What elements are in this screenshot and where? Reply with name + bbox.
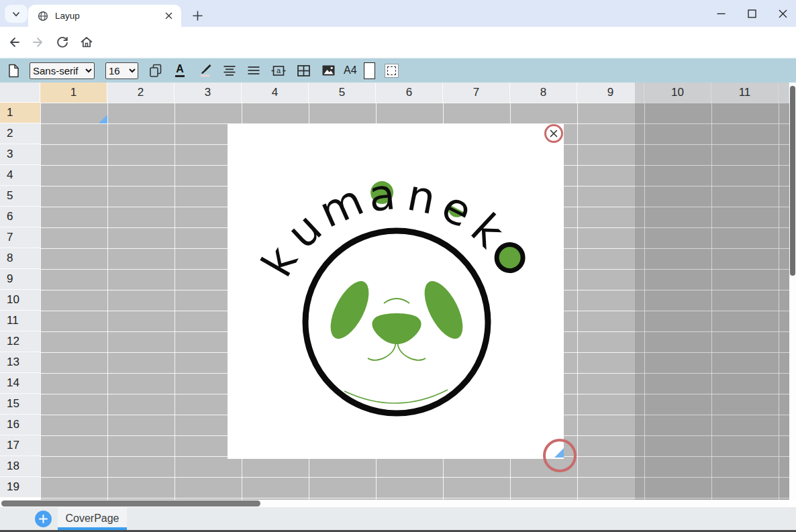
reload-button[interactable]	[52, 32, 72, 52]
browser-tabstrip: Layup	[0, 0, 796, 27]
row-headers: 12345678910111213141516171819	[0, 103, 40, 498]
row-header[interactable]: 1	[0, 103, 40, 123]
page-canvas[interactable]: kumanek	[228, 123, 564, 459]
row-header[interactable]: 4	[0, 165, 40, 186]
minimize-button[interactable]	[713, 5, 729, 21]
page-size-label: A4	[344, 64, 357, 76]
tab-close-button[interactable]	[162, 10, 175, 22]
row-header[interactable]: 7	[0, 227, 40, 248]
column-header[interactable]: 4	[242, 83, 309, 103]
column-header[interactable]: 8	[510, 83, 577, 103]
font-color-button[interactable]: A	[172, 60, 188, 81]
row-header[interactable]: 19	[0, 477, 40, 498]
column-headers: 1234567891011	[40, 83, 789, 103]
format-paint-icon[interactable]	[197, 60, 213, 81]
row-header[interactable]: 5	[0, 186, 40, 207]
row-header[interactable]: 8	[0, 248, 40, 269]
vertical-scrollbar-thumb[interactable]	[790, 86, 795, 276]
vertical-scrollbar[interactable]	[789, 83, 796, 500]
app-toolbar: Sans-serif 16 A a A4	[0, 57, 796, 83]
font-family-select[interactable]: Sans-serif	[30, 62, 95, 79]
globe-icon	[38, 11, 48, 21]
window-controls	[713, 0, 791, 27]
chevron-down-icon	[11, 9, 21, 19]
canvas-close-button[interactable]	[544, 124, 563, 143]
canvas-resize-handle[interactable]	[543, 439, 577, 472]
row-header[interactable]: 16	[0, 415, 40, 435]
row-header[interactable]: 6	[0, 207, 40, 227]
column-header	[779, 83, 789, 103]
cell-fill-handle[interactable]	[99, 115, 107, 123]
brow-arc	[384, 299, 409, 303]
copy-icon[interactable]	[148, 60, 164, 81]
insert-image-icon[interactable]	[320, 60, 337, 81]
new-tab-button[interactable]	[188, 6, 207, 25]
column-header[interactable]: 3	[175, 83, 242, 103]
smile-arc	[344, 390, 448, 403]
row-header[interactable]: 14	[0, 373, 40, 394]
column-header[interactable]: 9	[577, 83, 644, 103]
sheet-tab-bar: CoverPage	[0, 507, 796, 530]
svg-text:m: m	[312, 175, 370, 237]
kumaneko-logo: kumanek	[228, 123, 564, 459]
table-grid-icon[interactable]	[295, 60, 312, 81]
sheet-tab-coverpage[interactable]: CoverPage	[58, 507, 127, 530]
forward-button[interactable]	[28, 32, 48, 52]
row-header[interactable]: 12	[0, 331, 40, 352]
page-color-swatch[interactable]	[364, 62, 375, 79]
maximize-button[interactable]	[744, 5, 760, 21]
horizontal-scrollbar-thumb[interactable]	[1, 500, 260, 507]
tab-title: Layup	[55, 11, 162, 21]
browser-tab[interactable]: Layup	[28, 5, 181, 27]
row-header[interactable]: 11	[0, 311, 40, 331]
column-header[interactable]: 1	[40, 83, 107, 103]
row-header[interactable]: 2	[0, 123, 40, 144]
line-spacing-icon[interactable]	[246, 60, 262, 81]
column-header[interactable]: 2	[107, 83, 175, 103]
column-header[interactable]: 7	[443, 83, 510, 103]
font-size-select[interactable]: 16	[105, 62, 138, 79]
svg-text:n: n	[403, 170, 440, 223]
tab-search-button[interactable]	[5, 5, 28, 23]
font-color-label: A	[176, 64, 184, 77]
new-document-button[interactable]	[5, 60, 21, 81]
horizontal-scrollbar[interactable]	[0, 500, 789, 507]
panda-nose	[372, 313, 421, 344]
row-header[interactable]: 13	[0, 352, 40, 373]
row-header[interactable]: 3	[0, 144, 40, 165]
column-header[interactable]: 5	[309, 83, 376, 103]
row-header[interactable]: 17	[0, 435, 40, 456]
grid-corner[interactable]	[0, 83, 40, 103]
browser-window: Layup layup.	[0, 0, 796, 532]
textbox-letter: a	[277, 66, 281, 74]
browser-urlbar-row: layup.pandafirm.jp G S	[0, 27, 796, 57]
align-text-icon[interactable]	[221, 60, 238, 81]
back-button[interactable]	[4, 32, 24, 52]
add-sheet-button[interactable]	[35, 511, 52, 527]
row-header[interactable]: 9	[0, 269, 40, 290]
sheet-tab-label: CoverPage	[65, 513, 119, 525]
border-style-button[interactable]	[385, 64, 399, 78]
column-header[interactable]: 6	[376, 83, 443, 103]
row-header[interactable]: 18	[0, 456, 40, 477]
textbox-icon[interactable]: a	[270, 60, 287, 81]
row-header[interactable]: 15	[0, 394, 40, 415]
svg-text:a: a	[366, 169, 398, 221]
row-header[interactable]: 10	[0, 290, 40, 311]
dashed-border-icon	[387, 66, 396, 75]
column-header[interactable]: 10	[644, 83, 711, 103]
resize-triangle-icon	[554, 448, 564, 458]
close-window-button[interactable]	[775, 5, 791, 21]
home-button[interactable]	[77, 32, 97, 52]
column-header[interactable]: 11	[711, 83, 779, 103]
